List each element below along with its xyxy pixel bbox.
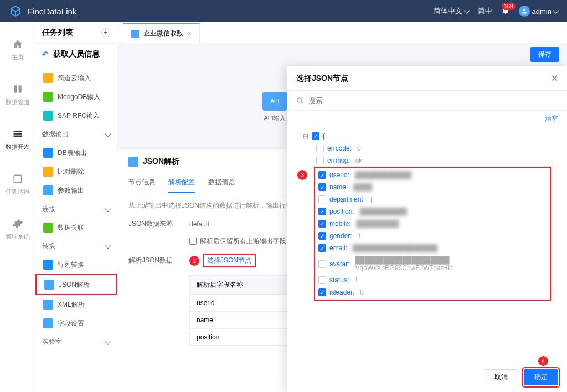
checkbox[interactable]: ✓ <box>318 208 326 215</box>
modal-search <box>287 91 567 111</box>
svg-line-10 <box>301 101 303 103</box>
ok-button[interactable]: 确定 <box>524 369 558 385</box>
highlighted-tree-block: 3 ✓userid:████████████✓name:████departme… <box>314 167 551 301</box>
side-item-字段设置[interactable]: 字段设置 <box>35 314 117 333</box>
checkbox[interactable] <box>318 195 326 203</box>
tree-node-name[interactable]: ✓name:████ <box>318 181 547 193</box>
tree-root[interactable]: ⊟ ✓ { <box>303 130 551 142</box>
node-type-icon <box>43 167 53 177</box>
rail-develop[interactable]: 数据开发 <box>6 128 30 151</box>
clear-link[interactable]: 清空 <box>287 111 567 127</box>
tree-node-position[interactable]: ✓position:██████████ <box>318 205 547 218</box>
svg-rect-1 <box>14 85 17 92</box>
checkbox[interactable]: ✓ <box>318 183 326 191</box>
tree-node-department[interactable]: department:[ <box>318 193 547 205</box>
checkbox[interactable]: ✓ <box>318 244 326 252</box>
side-item-行列转换[interactable]: 行列转换 <box>35 255 117 274</box>
checkbox[interactable] <box>318 260 326 268</box>
main-area: 企业微信取数 × 保存 API API输入 1 JSON JSON解析 JSON… <box>117 22 567 392</box>
tree-node-userid[interactable]: ✓userid:████████████ <box>318 169 547 181</box>
search-icon <box>296 97 304 105</box>
modal-overlay: 选择JSON节点 ✕ 清空 ⊟ ✓ { errcode:0errmsg:ok <box>117 22 567 392</box>
notif-badge: 169 <box>502 3 516 10</box>
node-type-icon <box>43 92 53 102</box>
node-type-icon <box>43 260 53 270</box>
side-item-XML解析[interactable]: XML解析 <box>35 295 117 314</box>
side-item-参数输出[interactable]: 参数输出 <box>35 181 117 200</box>
product-name: FineDataLink <box>28 7 76 16</box>
svg-rect-3 <box>13 131 22 132</box>
side-panel: 任务列表 + ↶ 获取人员信息 简道云输入MongoDB输入SAP RFC输入数… <box>35 22 117 392</box>
checkbox[interactable] <box>316 157 324 164</box>
svg-rect-2 <box>18 85 21 92</box>
pipeline-icon <box>12 84 23 95</box>
language-short[interactable]: 简中 <box>478 6 492 16</box>
side-back[interactable]: ↶ 获取人员信息 <box>35 44 117 65</box>
node-type-icon <box>43 148 53 158</box>
tree-node-status[interactable]: status:1 <box>318 274 547 286</box>
collapse-icon[interactable]: ⊟ <box>303 132 308 140</box>
avatar-icon <box>519 6 530 17</box>
home-icon <box>12 39 23 50</box>
checkbox[interactable]: ✓ <box>318 232 326 240</box>
node-type-icon <box>43 318 53 328</box>
checkbox[interactable]: ✓ <box>312 132 319 140</box>
svg-rect-5 <box>13 136 22 137</box>
svg-point-0 <box>523 9 525 11</box>
node-type-icon <box>44 280 54 290</box>
tree-node-avatar[interactable]: avatar:████████████████████ VqoWxXpRG96C… <box>318 254 547 274</box>
modal-close-icon[interactable]: ✕ <box>551 73 558 84</box>
add-task-icon[interactable]: + <box>101 28 110 37</box>
tree-node-errcode[interactable]: errcode:0 <box>316 142 551 154</box>
user-menu[interactable]: admin <box>519 6 558 17</box>
checkbox[interactable]: ✓ <box>318 171 326 179</box>
marker-4: 4 <box>538 356 548 366</box>
develop-icon <box>12 128 23 140</box>
checkbox[interactable] <box>318 276 326 284</box>
json-tree: ⊟ ✓ { errcode:0errmsg:ok 3 ✓userid:█████… <box>287 127 567 363</box>
rail-pipeline[interactable]: 数据管道 <box>6 84 30 106</box>
svg-point-9 <box>297 97 302 102</box>
tree-node-mobile[interactable]: ✓mobile:█████████ <box>318 218 547 230</box>
side-group-数据输出[interactable]: 数据输出 <box>35 125 117 143</box>
side-item-比对删除[interactable]: 比对删除 <box>35 162 117 181</box>
side-item-数据关联[interactable]: 数据关联 <box>35 218 117 237</box>
side-item-简道云输入[interactable]: 简道云输入 <box>35 69 117 87</box>
checkbox[interactable] <box>316 145 324 152</box>
checkbox[interactable]: ✓ <box>318 220 326 228</box>
side-group-实验室[interactable]: 实验室 <box>35 333 117 351</box>
tree-node-isleader[interactable]: ✓isleader:0 <box>318 286 547 298</box>
marker-3: 3 <box>297 170 307 180</box>
node-type-icon <box>43 300 53 310</box>
side-item-DB表输出[interactable]: DB表输出 <box>35 143 117 162</box>
node-type-icon <box>43 73 53 83</box>
tree-node-gender[interactable]: ✓gender:1 <box>318 230 547 242</box>
side-list: 简道云输入MongoDB输入SAP RFC输入数据输出DB表输出比对删除参数输出… <box>35 65 117 392</box>
ops-icon <box>12 173 23 184</box>
left-rail: 主页 数据管道 数据开发 任务运维 管理系统 <box>0 22 35 392</box>
side-item-SAP RFC输入[interactable]: SAP RFC输入 <box>35 106 117 125</box>
node-type-icon <box>43 185 53 195</box>
notification-bell[interactable]: 169 <box>501 6 510 17</box>
rail-home[interactable]: 主页 <box>12 39 24 61</box>
side-group-连接[interactable]: 连接 <box>35 200 117 218</box>
side-item-MongoDB输入[interactable]: MongoDB输入 <box>35 87 117 106</box>
side-item-JSON解析[interactable]: JSON解析 <box>35 274 117 295</box>
back-icon: ↶ <box>42 50 49 59</box>
gear-icon <box>12 218 23 229</box>
svg-rect-4 <box>13 133 22 135</box>
search-input[interactable] <box>308 96 558 105</box>
side-header: 任务列表 + <box>35 22 117 44</box>
rail-ops[interactable]: 任务运维 <box>6 173 30 196</box>
logo-icon <box>9 4 22 18</box>
language-full[interactable]: 简体中文 <box>434 6 469 16</box>
modal-title: 选择JSON节点 <box>296 74 348 84</box>
node-type-icon <box>43 111 53 121</box>
rail-admin[interactable]: 管理系统 <box>6 218 30 241</box>
tree-node-email[interactable]: ✓email:██████████████████ <box>318 242 547 254</box>
checkbox[interactable]: ✓ <box>318 288 326 296</box>
cancel-button[interactable]: 取消 <box>484 369 518 385</box>
tree-node-errmsg[interactable]: errmsg:ok <box>316 154 551 167</box>
side-group-转换[interactable]: 转换 <box>35 237 117 255</box>
json-node-modal: 选择JSON节点 ✕ 清空 ⊟ ✓ { errcode:0errmsg:ok <box>287 66 567 392</box>
